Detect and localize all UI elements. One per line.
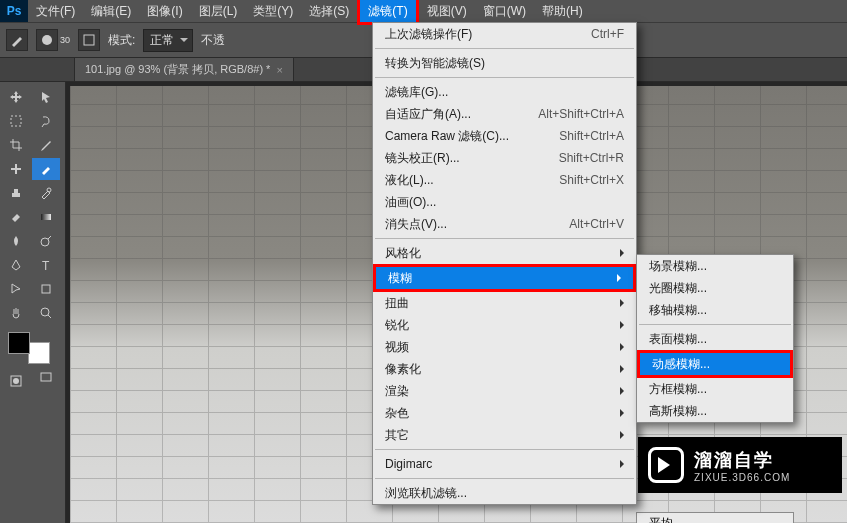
tool-preset-icon[interactable]: [6, 29, 28, 51]
submenu-item-average[interactable]: 平均: [637, 513, 793, 523]
history-brush-tool-icon[interactable]: [32, 182, 60, 204]
menu-item-label: Digimarc: [385, 457, 432, 471]
close-icon[interactable]: ×: [276, 64, 282, 76]
path-select-tool-icon[interactable]: [2, 278, 30, 300]
submenu-item-field-blur[interactable]: 场景模糊...: [637, 255, 793, 277]
watermark: 溜溜自学 ZIXUE.3D66.COM: [638, 437, 842, 493]
menu-item-label: Camera Raw 滤镜(C)...: [385, 128, 509, 145]
menu-edit[interactable]: 编辑(E): [83, 0, 139, 22]
document-tab[interactable]: 101.jpg @ 93% (背景 拷贝, RGB/8#) * ×: [74, 57, 294, 81]
menu-item-label: 表面模糊...: [649, 331, 707, 348]
menu-item-noise[interactable]: 杂色: [373, 402, 636, 424]
menu-item-stylize[interactable]: 风格化: [373, 242, 636, 264]
submenu-item-gaussian-blur[interactable]: 高斯模糊...: [637, 400, 793, 422]
menu-item-pixelate[interactable]: 像素化: [373, 358, 636, 380]
brush-preview-icon[interactable]: [36, 29, 58, 51]
menu-item-video[interactable]: 视频: [373, 336, 636, 358]
svg-rect-13: [41, 373, 51, 381]
menu-item-last-filter[interactable]: 上次滤镜操作(F) Ctrl+F: [373, 23, 636, 45]
pen-tool-icon[interactable]: [2, 254, 30, 276]
menu-item-smart-filter[interactable]: 转换为智能滤镜(S): [373, 52, 636, 74]
menu-separator: [375, 478, 634, 479]
menu-image[interactable]: 图像(I): [139, 0, 190, 22]
submenu-item-box-blur[interactable]: 方框模糊...: [637, 378, 793, 400]
svg-point-10: [41, 308, 49, 316]
menu-separator: [375, 77, 634, 78]
menu-item-blur[interactable]: 模糊: [376, 267, 633, 289]
type-tool-icon[interactable]: T: [32, 254, 60, 276]
play-icon: [648, 447, 684, 483]
menubar: Ps 文件(F) 编辑(E) 图像(I) 图层(L) 类型(Y) 选择(S) 滤…: [0, 0, 847, 22]
menu-item-vanishing-point[interactable]: 消失点(V)...Alt+Ctrl+V: [373, 213, 636, 235]
annotation-highlight-motion-blur: 动感模糊...: [637, 350, 793, 378]
menu-item-liquify[interactable]: 液化(L)...Shift+Ctrl+X: [373, 169, 636, 191]
blur-tool-icon[interactable]: [2, 230, 30, 252]
menu-item-sharpen[interactable]: 锐化: [373, 314, 636, 336]
eraser-tool-icon[interactable]: [2, 206, 30, 228]
move-tool-icon[interactable]: [2, 86, 30, 108]
menu-filter[interactable]: 滤镜(T): [360, 0, 415, 22]
svg-point-12: [13, 378, 19, 384]
selection-tool-icon[interactable]: [32, 86, 60, 108]
marquee-tool-icon[interactable]: [2, 110, 30, 132]
zoom-tool-icon[interactable]: [32, 302, 60, 324]
menu-item-lens-correction[interactable]: 镜头校正(R)...Shift+Ctrl+R: [373, 147, 636, 169]
menu-file[interactable]: 文件(F): [28, 0, 83, 22]
menu-type[interactable]: 类型(Y): [245, 0, 301, 22]
blur-submenu: 场景模糊... 光圈模糊... 移轴模糊... 表面模糊... 动感模糊... …: [636, 254, 794, 423]
submenu-item-tilt-shift[interactable]: 移轴模糊...: [637, 299, 793, 321]
blend-mode-select[interactable]: 正常: [143, 29, 193, 52]
menu-item-label: 其它: [385, 427, 409, 444]
hand-tool-icon[interactable]: [2, 302, 30, 324]
menu-window[interactable]: 窗口(W): [475, 0, 534, 22]
dodge-tool-icon[interactable]: [32, 230, 60, 252]
menu-separator: [375, 238, 634, 239]
menu-select[interactable]: 选择(S): [301, 0, 357, 22]
crop-tool-icon[interactable]: [2, 134, 30, 156]
blur-submenu-tail: 平均: [636, 512, 794, 523]
svg-rect-9: [42, 285, 50, 293]
submenu-item-motion-blur[interactable]: 动感模糊...: [640, 353, 790, 375]
menu-view[interactable]: 视图(V): [419, 0, 475, 22]
menu-item-filter-gallery[interactable]: 滤镜库(G)...: [373, 81, 636, 103]
stamp-tool-icon[interactable]: [2, 182, 30, 204]
lasso-tool-icon[interactable]: [32, 110, 60, 132]
mode-label: 模式:: [108, 32, 135, 49]
menu-layer[interactable]: 图层(L): [191, 0, 246, 22]
submenu-item-iris-blur[interactable]: 光圈模糊...: [637, 277, 793, 299]
menu-item-camera-raw[interactable]: Camera Raw 滤镜(C)...Shift+Ctrl+A: [373, 125, 636, 147]
brush-panel-icon[interactable]: [78, 29, 100, 51]
svg-rect-4: [15, 164, 17, 174]
healing-tool-icon[interactable]: [2, 158, 30, 180]
menu-item-label: 渲染: [385, 383, 409, 400]
color-swatch[interactable]: [8, 332, 50, 364]
screenmode-tool-icon[interactable]: [32, 366, 60, 388]
foreground-color-swatch[interactable]: [8, 332, 30, 354]
submenu-item-surface-blur[interactable]: 表面模糊...: [637, 328, 793, 350]
menu-item-label: 消失点(V)...: [385, 216, 447, 233]
menu-item-render[interactable]: 渲染: [373, 380, 636, 402]
menu-help[interactable]: 帮助(H): [534, 0, 591, 22]
menu-item-adaptive-wide[interactable]: 自适应广角(A)...Alt+Shift+Ctrl+A: [373, 103, 636, 125]
svg-rect-1: [84, 35, 94, 45]
menu-item-digimarc[interactable]: Digimarc: [373, 453, 636, 475]
menu-item-oil-paint[interactable]: 油画(O)...: [373, 191, 636, 213]
background-color-swatch[interactable]: [28, 342, 50, 364]
annotation-highlight-blur: 模糊: [373, 264, 636, 292]
menu-item-label: 镜头校正(R)...: [385, 150, 460, 167]
menu-item-label: 移轴模糊...: [649, 302, 707, 319]
eyedropper-tool-icon[interactable]: [32, 134, 60, 156]
gradient-tool-icon[interactable]: [32, 206, 60, 228]
quickmask-tool-icon[interactable]: [2, 370, 30, 392]
brush-tool-icon[interactable]: [32, 158, 60, 180]
menu-item-label: 像素化: [385, 361, 421, 378]
menu-shortcut: Alt+Shift+Ctrl+A: [538, 107, 624, 121]
menu-item-distort[interactable]: 扭曲: [373, 292, 636, 314]
shape-tool-icon[interactable]: [32, 278, 60, 300]
menu-item-label: 转换为智能滤镜(S): [385, 55, 485, 72]
tool-panel: T: [0, 82, 66, 523]
menu-item-other[interactable]: 其它: [373, 424, 636, 446]
menu-item-label: 动感模糊...: [652, 356, 710, 373]
menu-item-browse-online[interactable]: 浏览联机滤镜...: [373, 482, 636, 504]
menu-item-label: 方框模糊...: [649, 381, 707, 398]
